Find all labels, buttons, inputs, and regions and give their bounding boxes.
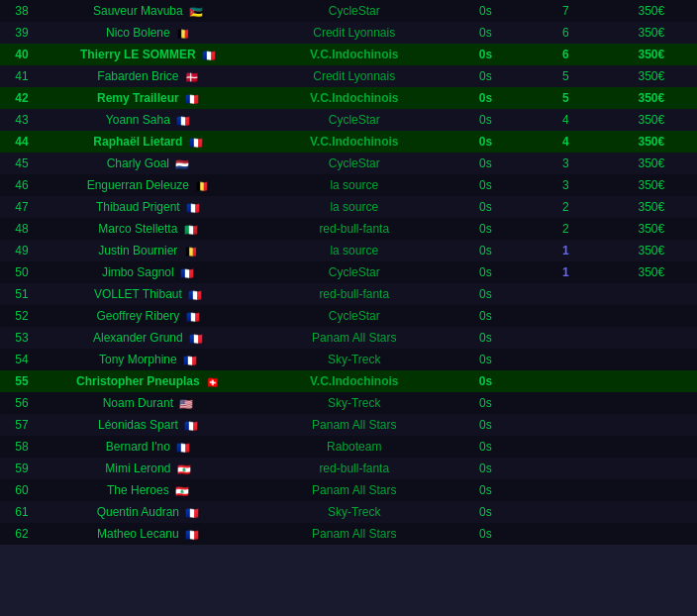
points-cell [526,349,606,370]
flag-icon: 🇫🇷 [175,115,191,126]
flag-icon: 🇫🇷 [187,289,203,300]
points-cell: 2 [526,196,606,218]
team-cell: Panam All Stars [262,479,446,501]
time-cell: 0s [446,501,526,523]
points-cell: 3 [526,153,606,174]
rank-cell: 57 [0,414,35,436]
flag-icon: 🇫🇷 [183,420,199,431]
name-cell: Geoffrey Ribery 🇫🇷 [35,305,263,327]
rank-cell: 45 [0,153,35,174]
time-cell: 0s [446,283,526,305]
team-cell: V.C.Indochinois [262,370,446,392]
team-cell: CycleStar [262,153,446,174]
time-cell: 0s [446,218,526,240]
time-cell: 0s [446,65,526,87]
rank-cell: 42 [0,87,35,109]
time-cell: 0s [446,305,526,327]
name-cell: Bernard I'no 🇫🇷 [35,436,263,458]
name-cell: Noam Durant 🇺🇸 [35,392,263,414]
prize-cell: 350€ [606,0,697,22]
flag-icon: 🇺🇸 [178,398,194,409]
team-cell: la source [262,196,446,218]
points-cell: 5 [526,87,606,109]
points-cell: 6 [526,44,606,65]
prize-cell [606,479,697,501]
points-cell [526,501,606,523]
team-cell: Panam All Stars [262,414,446,436]
rank-cell: 44 [0,131,35,153]
name-cell: Raphaël Lietard 🇫🇷 [35,131,263,153]
name-cell: Nico Bolene 🇧🇪 [35,22,263,44]
time-cell: 0s [446,240,526,261]
time-cell: 0s [446,87,526,109]
points-cell: 7 [526,0,606,22]
time-cell: 0s [446,174,526,196]
rank-cell: 48 [0,218,35,240]
rank-cell: 39 [0,22,35,44]
team-cell: Credit Lyonnais [262,22,446,44]
team-cell: CycleStar [262,0,446,22]
prize-cell [606,283,697,305]
time-cell: 0s [446,392,526,414]
rank-cell: 55 [0,370,35,392]
team-cell: V.C.Indochinois [262,87,446,109]
rank-cell: 53 [0,327,35,349]
prize-cell [606,436,697,458]
prize-cell [606,458,697,479]
name-cell: Enguerran Deleuze 🇧🇪 [35,174,263,196]
prize-cell: 350€ [606,153,697,174]
team-cell: red-bull-fanta [262,283,446,305]
points-cell [526,305,606,327]
time-cell: 0s [446,327,526,349]
time-cell: 0s [446,44,526,65]
rank-cell: 60 [0,479,35,501]
flag-icon: 🇫🇷 [184,529,200,540]
name-cell: Christopher Pneuplas 🇨🇭 [35,370,263,392]
flag-icon: 🇧🇪 [194,180,210,191]
time-cell: 0s [446,131,526,153]
flag-icon: 🇲🇿 [188,6,204,17]
points-cell: 3 [526,174,606,196]
team-cell: red-bull-fanta [262,458,446,479]
team-cell: CycleStar [262,305,446,327]
time-cell: 0s [446,523,526,545]
team-cell: Credit Lyonnais [262,65,446,87]
points-cell: 1 [526,261,606,283]
prize-cell: 350€ [606,65,697,87]
rank-cell: 46 [0,174,35,196]
prize-cell [606,501,697,523]
team-cell: Sky-Treck [262,392,446,414]
flag-icon: 🇫🇷 [184,507,200,518]
flag-icon: 🇫🇷 [201,50,217,60]
points-cell: 4 [526,109,606,131]
name-cell: Tony Morphine 🇫🇷 [35,349,263,370]
team-cell: Sky-Treck [262,501,446,523]
team-cell: Sky-Treck [262,349,446,370]
flag-icon: 🇱🇧 [176,463,192,474]
team-cell: Panam All Stars [262,523,446,545]
time-cell: 0s [446,479,526,501]
time-cell: 0s [446,458,526,479]
flag-icon: 🇮🇹 [183,224,199,235]
prize-cell [606,523,697,545]
rank-cell: 54 [0,349,35,370]
points-cell: 6 [526,22,606,44]
flag-icon: 🇫🇷 [184,93,200,104]
time-cell: 0s [446,0,526,22]
name-cell: VOLLET Thibaut 🇫🇷 [35,283,263,305]
points-cell [526,370,606,392]
name-cell: Léonidas Spart 🇫🇷 [35,414,263,436]
team-cell: Raboteam [262,436,446,458]
prize-cell: 350€ [606,87,697,109]
team-cell: V.C.Indochinois [262,131,446,153]
name-cell: Matheo Lecanu 🇫🇷 [35,523,263,545]
time-cell: 0s [446,436,526,458]
rank-cell: 38 [0,0,35,22]
flag-icon: 🇩🇰 [184,71,200,82]
flag-icon: 🇫🇷 [188,333,204,344]
points-cell [526,414,606,436]
name-cell: Alexander Grund 🇫🇷 [35,327,263,349]
time-cell: 0s [446,370,526,392]
time-cell: 0s [446,22,526,44]
points-cell [526,283,606,305]
